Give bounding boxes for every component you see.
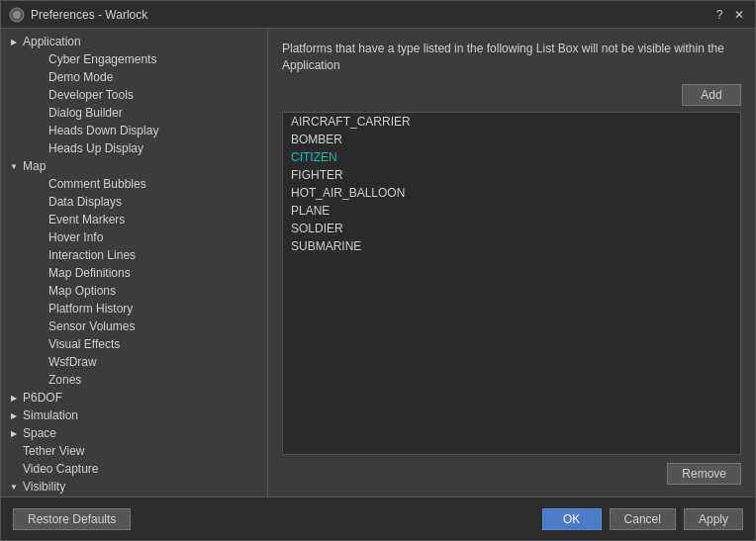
sidebar-item-heads-up-display[interactable]: Heads Up Display (1, 139, 267, 157)
sidebar-item-wsf-draw[interactable]: WsfDraw (1, 353, 267, 371)
preferences-window: Preferences - Warlock ? ✕ ApplicationCyb… (0, 0, 756, 541)
sidebar-item-label: Comment Bubbles (48, 177, 146, 191)
description-text: Platforms that have a type listed in the… (282, 41, 741, 74)
leaf-spacer (33, 141, 47, 155)
leaf-spacer (33, 177, 47, 191)
sidebar-item-map-options[interactable]: Map Options (1, 282, 267, 300)
type-list-box[interactable]: AIRCRAFT_CARRIERBOMBERCITIZENFIGHTERHOT_… (282, 112, 741, 455)
leaf-spacer (33, 319, 47, 333)
list-item[interactable]: FIGHTER (283, 166, 740, 184)
ok-button[interactable]: OK (542, 508, 602, 530)
expand-arrow (7, 391, 21, 405)
leaf-spacer (33, 195, 47, 209)
svg-point-1 (13, 11, 21, 19)
leaf-spacer (33, 337, 47, 351)
sidebar-item-demo-mode[interactable]: Demo Mode (1, 68, 267, 86)
sidebar-item-label: WsfDraw (48, 355, 97, 369)
footer: Restore Defaults OK Cancel Apply (1, 496, 755, 540)
sidebar-item-label: Dialog Builder (48, 106, 123, 120)
leaf-spacer (33, 106, 47, 120)
list-item[interactable]: BOMBER (283, 131, 740, 148)
expand-arrow (7, 35, 21, 48)
list-item[interactable]: CITIZEN (283, 148, 740, 166)
leaf-spacer (33, 248, 47, 262)
sidebar-item-label: Cyber Engagements (48, 52, 156, 66)
sidebar-item-developer-tools[interactable]: Developer Tools (1, 86, 267, 104)
sidebar-item-label: Map Definitions (48, 266, 131, 280)
sidebar-item-label: Zones (48, 373, 81, 387)
leaf-spacer (33, 70, 47, 84)
sidebar-item-label: Visual Effects (48, 337, 120, 351)
footer-left: Restore Defaults (13, 508, 542, 530)
sidebar-item-label: Hover Info (48, 230, 103, 244)
sidebar-item-map-definitions[interactable]: Map Definitions (1, 264, 267, 282)
sidebar-item-dialog-builder[interactable]: Dialog Builder (1, 104, 267, 122)
sidebar-item-hover-info[interactable]: Hover Info (1, 228, 267, 246)
sidebar-item-tether-view[interactable]: Tether View (1, 442, 267, 460)
sidebar-item-space[interactable]: Space (1, 424, 267, 442)
sidebar-item-label: Data Displays (48, 195, 122, 209)
content-area: ApplicationCyber EngagementsDemo ModeDev… (1, 29, 755, 496)
help-button[interactable]: ? (711, 7, 727, 23)
sidebar-item-label: Application (23, 35, 81, 48)
sidebar-item-heads-down-display[interactable]: Heads Down Display (1, 122, 267, 139)
sidebar-item-event-markers[interactable]: Event Markers (1, 211, 267, 228)
leaf-spacer (33, 88, 47, 102)
list-item[interactable]: HOT_AIR_BALLOON (283, 184, 740, 202)
leaf-spacer (33, 124, 47, 137)
list-item[interactable]: AIRCRAFT_CARRIER (283, 113, 740, 131)
remove-button[interactable]: Remove (667, 463, 741, 485)
sidebar-item-zones[interactable]: Zones (1, 371, 267, 389)
sidebar-item-data-displays[interactable]: Data Displays (1, 193, 267, 211)
sidebar-item-interaction-lines[interactable]: Interaction Lines (1, 246, 267, 264)
sidebar-item-label: Heads Down Display (48, 124, 158, 137)
sidebar-item-label: Demo Mode (48, 70, 113, 84)
sidebar-item-label: Simulation (23, 408, 78, 422)
leaf-spacer (33, 355, 47, 369)
restore-defaults-button[interactable]: Restore Defaults (13, 508, 131, 530)
leaf-spacer (7, 462, 21, 476)
sidebar-item-simulation[interactable]: Simulation (1, 406, 267, 424)
leaf-spacer (33, 213, 47, 226)
leaf-spacer (33, 266, 47, 280)
sidebar-item-sensor-volumes[interactable]: Sensor Volumes (1, 317, 267, 335)
sidebar-item-label: Video Capture (23, 462, 99, 476)
list-item[interactable]: SOLDIER (283, 220, 740, 237)
window-controls: ? ✕ (711, 7, 747, 23)
sidebar-item-label: Developer Tools (48, 88, 134, 102)
sidebar-item-label: Event Markers (48, 213, 125, 226)
cancel-button[interactable]: Cancel (610, 508, 676, 530)
expand-arrow (7, 480, 21, 494)
list-item[interactable]: SUBMARINE (283, 237, 740, 255)
list-item[interactable]: PLANE (283, 202, 740, 220)
sidebar-item-visibility[interactable]: Visibility (1, 478, 267, 496)
app-icon (9, 7, 25, 23)
sidebar-item-label: Tether View (23, 444, 84, 458)
sidebar-item-label: Heads Up Display (48, 141, 143, 155)
leaf-spacer (33, 373, 47, 387)
add-button[interactable]: Add (682, 84, 741, 106)
sidebar-item-platform-history[interactable]: Platform History (1, 300, 267, 317)
close-button[interactable]: ✕ (731, 7, 747, 23)
sidebar-item-comment-bubbles[interactable]: Comment Bubbles (1, 175, 267, 193)
sidebar-item-visual-effects[interactable]: Visual Effects (1, 335, 267, 353)
sidebar-item-label: Map (23, 159, 46, 173)
expand-arrow (7, 426, 21, 440)
expand-arrow (7, 408, 21, 422)
leaf-spacer (33, 302, 47, 316)
leaf-spacer (33, 284, 47, 298)
sidebar-item-label: Interaction Lines (48, 248, 136, 262)
sidebar-item-p6dof[interactable]: P6DOF (1, 389, 267, 406)
window-title: Preferences - Warlock (31, 8, 711, 22)
sidebar-item-application[interactable]: Application (1, 33, 267, 50)
apply-button[interactable]: Apply (684, 508, 743, 530)
leaf-spacer (7, 444, 21, 458)
sidebar-item-label: Space (23, 426, 56, 440)
footer-right: OK Cancel Apply (542, 508, 743, 530)
expand-arrow (7, 159, 21, 173)
sidebar-item-video-capture[interactable]: Video Capture (1, 460, 267, 478)
sidebar-item-cyber-engagements[interactable]: Cyber Engagements (1, 50, 267, 68)
sidebar: ApplicationCyber EngagementsDemo ModeDev… (1, 29, 268, 496)
sidebar-item-label: Visibility (23, 480, 65, 494)
sidebar-item-map[interactable]: Map (1, 157, 267, 175)
